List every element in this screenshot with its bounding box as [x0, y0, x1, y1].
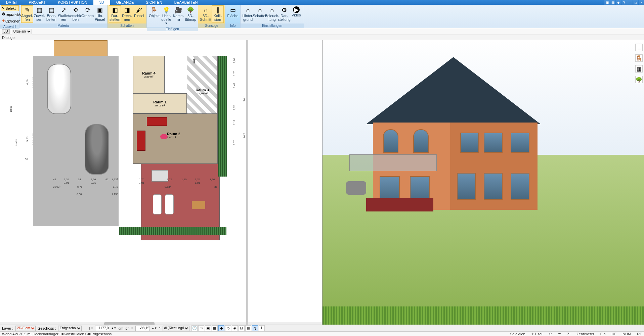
terrain-select[interactable]: Urgelände	[12, 29, 32, 34]
dim-r-7: 1,76	[233, 140, 236, 145]
hintergrund-button[interactable]: ⌂Hinter-grund	[242, 5, 254, 23]
3dschnitt-button[interactable]: ⌂3D-Schnitt	[200, 5, 212, 23]
darstellen-button[interactable]: ◧Dar-stellen	[109, 5, 121, 23]
grass-3d	[323, 306, 644, 327]
statusbar: Wand AW 36,5 m, Deckenauflager L=Konstru…	[0, 331, 644, 336]
menu-tab-3d[interactable]: 3D	[93, 0, 110, 5]
length-label: l =	[89, 326, 93, 330]
shadow-icon: ⌂	[256, 6, 264, 14]
ribbon-group-auswahl: ↖Selekt �термінMark. ▾ ✚Optionen Auswahl	[0, 5, 20, 28]
snap4-icon[interactable]: ⊡	[239, 325, 245, 331]
dim-left-2: 4,69	[26, 80, 29, 85]
objekt-button[interactable]: 🪑Objekt	[148, 5, 160, 26]
snap3-icon[interactable]: ◈	[232, 325, 238, 331]
beleuchtung-button[interactable]: ⌂Beleuch-tung	[266, 5, 278, 23]
dl-select[interactable]: dl (Richtung/Di	[163, 326, 189, 331]
status-x: X:	[548, 332, 552, 336]
group-label-sonstige: Sonstige	[198, 23, 225, 28]
window-s1	[460, 133, 479, 153]
window-s5	[484, 173, 503, 200]
bearbeiten-button[interactable]: ▤Bear-beiten	[45, 5, 57, 23]
group-label-schatten: Schatten	[108, 23, 146, 28]
lichtquelle-button[interactable]: 💡Licht-quelle ▾	[160, 5, 172, 26]
mode-3d-tag[interactable]: 3D	[2, 29, 10, 34]
snap1-icon[interactable]: ◆	[218, 325, 224, 331]
verschieben-button[interactable]: ✥Verschie-ben	[70, 5, 82, 23]
selekt-button[interactable]: ↖Selekt	[1, 5, 19, 11]
drehen-button[interactable]: ⟳Drehen	[82, 5, 94, 23]
menu-tab-konstruktion[interactable]: KONSTRUKTION	[52, 0, 93, 5]
dim-b-19: 1,76	[195, 178, 200, 181]
menu-tab-sichten[interactable]: SICHTEN	[140, 0, 168, 5]
view-3d[interactable]: ≣ 🪑 ▦ 🌳	[322, 40, 644, 327]
car-white	[47, 64, 71, 114]
geschoss-select[interactable]: Erdgeschos	[58, 326, 82, 331]
dim-b-9: 6,00	[77, 193, 82, 196]
schatten-set-button[interactable]: ⌂Schatten	[254, 5, 266, 23]
clock-icon[interactable]: 🕓	[191, 325, 198, 331]
menu-tab-datei[interactable]: DATEI	[0, 0, 23, 5]
app-icon-2[interactable]: ▦	[610, 0, 615, 5]
dim-b-17: 9,63³	[165, 185, 171, 188]
layer-select[interactable]: 2D-Elemen	[15, 326, 36, 331]
darstellung-button[interactable]: ⚙Dar-stellung	[278, 5, 290, 23]
north-icon[interactable]: N	[252, 325, 258, 331]
house-outline: Raum 42,89 m² Raum 120,11 m² Raum 325,90…	[119, 56, 218, 194]
maximize-icon[interactable]: □	[633, 0, 638, 5]
window-s2	[484, 133, 503, 153]
close-icon[interactable]: ×	[639, 0, 644, 5]
app-icon-1[interactable]: ▣	[604, 0, 610, 5]
cubes-icon[interactable]: ▦	[212, 325, 218, 331]
zuweisen-button[interactable]: ▦Zuwei-sen	[33, 5, 45, 23]
app-icon-3[interactable]: ◆	[616, 0, 621, 5]
flaeche-button[interactable]: ▭Fläche	[227, 5, 239, 23]
room-4: Raum 42,89 m²	[133, 56, 165, 93]
menu-tab-gelaende[interactable]: GELÄNDE	[110, 0, 140, 5]
kamera-button[interactable]: 🎥Kame-ra	[172, 5, 184, 26]
abgreifen-button[interactable]: ✎Abgrei-fen	[21, 5, 33, 23]
pinsel-button[interactable]: 🖌Pinsel	[133, 5, 145, 23]
dim-b-6: 42	[105, 178, 109, 181]
tree-tool-icon[interactable]: 🌳	[635, 76, 643, 83]
bottom-bar: Layer : 2D-Elemen Geschoss : Erdgeschos …	[0, 325, 644, 331]
length-input[interactable]	[95, 326, 109, 331]
rechnen-button[interactable]: ◨Rech-nen	[121, 5, 133, 23]
ribbon-group-einstellungen: ⌂Hinter-grund ⌂Schatten ⌂Beleuch-tung ⚙D…	[241, 5, 304, 28]
plus-icon: ✚	[2, 19, 5, 23]
snap2-icon[interactable]: ◇	[225, 325, 231, 331]
menu-tab-bearbeiten[interactable]: BEARBEITEN	[168, 0, 204, 5]
layers-icon[interactable]: ≣	[635, 44, 643, 51]
3dbitmap-button[interactable]: 🌳3D-Bitmap	[184, 5, 197, 26]
camera-icon: 🎥	[174, 6, 182, 14]
play-icon: ▶	[293, 6, 300, 13]
minimize-icon[interactable]: –	[627, 0, 633, 5]
hin-pinsel-button[interactable]: ▣Hin.Pinsel	[94, 5, 106, 23]
grid-icon[interactable]: ▦	[245, 325, 251, 331]
kollision-button[interactable]: ‖Kolli-sion	[212, 5, 224, 23]
roof-3d	[366, 57, 541, 124]
optionen-button[interactable]: ✚Optionen	[1, 18, 19, 24]
dim-left-3: 5,76	[26, 137, 29, 142]
workspace: 18,81 10,51 4,69 5,76 2,01 2,26 1,35 1,5…	[0, 40, 644, 327]
box-icon[interactable]: ▣	[205, 325, 211, 331]
side-tool-panel: ≣ 🪑 ▦ 🌳	[635, 44, 643, 83]
help-icon[interactable]: ?	[621, 0, 627, 5]
video-button[interactable]: ▶Video	[290, 5, 302, 23]
phi-input[interactable]	[135, 326, 149, 331]
info-icon[interactable]: ℹ	[259, 325, 265, 331]
phi-label: phi =	[125, 326, 133, 330]
screen-icon[interactable]: ▭	[198, 325, 204, 331]
window-s3	[511, 133, 529, 153]
view-2d[interactable]: 18,81 10,51 4,69 5,76 2,01 2,26 1,35 1,5…	[0, 40, 322, 327]
palette-icon[interactable]: ▦	[635, 65, 643, 73]
view-splitter[interactable]	[246, 40, 248, 327]
menu-tab-projekt[interactable]: PROJEKT	[23, 0, 52, 5]
furniture-icon[interactable]: 🪑	[635, 54, 643, 62]
section-icon: ⌂	[202, 6, 210, 14]
dim-b-18: 1,10	[181, 178, 187, 181]
status-selektion: Selektion	[510, 332, 525, 336]
collision-icon: ‖	[214, 6, 222, 14]
mark-button[interactable]: �термінMark. ▾	[1, 12, 19, 17]
dim-b-5: 2,01	[91, 181, 96, 184]
hedge-bottom	[119, 227, 226, 235]
